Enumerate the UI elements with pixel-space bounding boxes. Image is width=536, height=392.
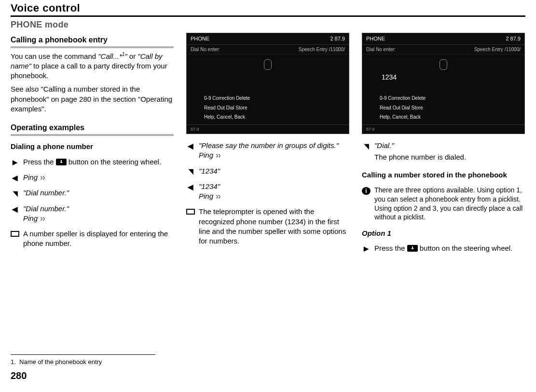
ss-line-1: 0-9 Correction Delete bbox=[204, 95, 344, 102]
step-echo-1234: "1234" Ping bbox=[186, 182, 349, 202]
device-screenshot-2: PHONE 2 87.9 Dial No enter: Speech Entry… bbox=[362, 33, 525, 134]
ss-line-3: Help, Cancel, Back bbox=[380, 114, 520, 121]
ss-top-bar: PHONE 2 87.9 bbox=[187, 33, 349, 45]
say-text: "Dial number." bbox=[23, 188, 174, 198]
sound-wave-icon bbox=[40, 216, 45, 222]
square-icon bbox=[11, 231, 19, 237]
ss-sub-left: Dial No enter: bbox=[366, 46, 396, 53]
mic-icon bbox=[264, 59, 272, 70]
footnote-text: Name of the phonebook entry bbox=[19, 358, 102, 365]
footnote-num: 1. bbox=[11, 358, 16, 365]
voice-button-icon bbox=[407, 245, 418, 252]
triangle-icon bbox=[362, 244, 371, 253]
ss-sub-bar: Dial No enter: Speech Entry /11000/ bbox=[187, 45, 349, 55]
info-icon bbox=[362, 187, 371, 195]
step-text: A number speller is displayed for enteri… bbox=[23, 229, 174, 249]
device-screenshot-1: PHONE 2 87.9 Dial No enter: Speech Entry… bbox=[186, 33, 349, 134]
ss-foot: 87.9 bbox=[187, 124, 349, 134]
step-say-1234: "1234" bbox=[186, 166, 349, 176]
step-press-button: Press the button on the steering wheel. bbox=[11, 157, 174, 167]
option-1-title: Option 1 bbox=[362, 229, 525, 238]
page: Voice control PHONE mode Calling a phone… bbox=[0, 0, 536, 392]
mic-icon bbox=[440, 59, 447, 70]
column-2: PHONE 2 87.9 Dial No enter: Speech Entry… bbox=[186, 33, 349, 382]
voice-button-icon bbox=[56, 159, 67, 165]
columns: Calling a phonebook entry You can use th… bbox=[11, 33, 525, 382]
step-echo-dial-number: "Dial number." Ping bbox=[11, 204, 174, 224]
step-say-groups: "Please say the number in groups of digi… bbox=[186, 141, 349, 161]
step-text: Press the button on the steering wheel. bbox=[374, 243, 525, 253]
speaker-icon bbox=[11, 205, 19, 214]
say-dial: "Dial." bbox=[374, 141, 525, 150]
section-title-calling-entry: Calling a phonebook entry bbox=[11, 35, 174, 48]
subhead-dialing-number: Dialing a phone number bbox=[11, 142, 174, 151]
step-text: Press the button on the steering wheel. bbox=[23, 157, 174, 167]
page-title: Voice control bbox=[11, 0, 525, 14]
column-3: PHONE 2 87.9 Dial No enter: Speech Entry… bbox=[362, 33, 525, 382]
mode-title: PHONE mode bbox=[11, 20, 525, 30]
ss-sub-bar: Dial No enter: Speech Entry /11000/ bbox=[362, 45, 524, 55]
section-title-operating-examples: Operating examples bbox=[11, 122, 174, 136]
ss-foot-text: 87.9 bbox=[191, 126, 199, 132]
square-icon bbox=[186, 209, 195, 215]
step-press-button-2: Press the button on the steering wheel. bbox=[362, 243, 525, 253]
teleprompter-text: The teleprompter is opened with the reco… bbox=[199, 207, 349, 246]
step-dial-result: The phone number is dialed. bbox=[362, 152, 525, 162]
intro-paragraph: You can use the command "Call...*1" or "… bbox=[11, 51, 174, 81]
step-ping: Ping bbox=[11, 173, 174, 182]
speaker-icon bbox=[186, 142, 195, 150]
step-say-dial: "Dial." bbox=[362, 141, 525, 150]
ss-line-3: Help, Cancel, Back bbox=[204, 114, 344, 121]
page-number: 280 bbox=[11, 369, 174, 382]
step-number-speller: A number speller is displayed for enteri… bbox=[11, 229, 174, 249]
ss-freq: 2 87.9 bbox=[506, 35, 521, 42]
info-text: There are three options available. Using… bbox=[374, 186, 525, 222]
column-1: Calling a phonebook entry You can use th… bbox=[11, 33, 174, 382]
ss-foot: 87.9 bbox=[362, 124, 524, 134]
command-call: "Call...*1" bbox=[98, 52, 127, 60]
ss-mode: PHONE bbox=[191, 35, 209, 42]
ping-text: Ping bbox=[23, 173, 174, 182]
footnote-rule bbox=[11, 354, 155, 355]
ss-mode: PHONE bbox=[366, 35, 385, 42]
ss-body: 0-9 Correction Delete Read Out Dial Stor… bbox=[187, 54, 349, 124]
sound-wave-icon bbox=[215, 153, 221, 159]
microphone-icon bbox=[11, 189, 19, 198]
speaker-icon bbox=[11, 174, 19, 182]
ss-line-2: Read Out Dial Store bbox=[380, 105, 520, 111]
info-note: There are three options available. Using… bbox=[362, 186, 525, 222]
speaker-icon bbox=[186, 183, 195, 191]
ss-body: 1234 0-9 Correction Delete Read Out Dial… bbox=[362, 54, 524, 124]
ss-line-2: Read Out Dial Store bbox=[204, 105, 344, 111]
see-also-paragraph: See also "Calling a number stored in the… bbox=[11, 84, 174, 114]
echo-1234: "1234" Ping bbox=[199, 182, 349, 202]
title-rule bbox=[11, 15, 525, 17]
echo-text: "Dial number." Ping bbox=[23, 204, 174, 224]
ss-sub-left: Dial No enter: bbox=[191, 46, 220, 53]
ss-sub-right: Speech Entry /11000/ bbox=[299, 46, 345, 53]
microphone-icon bbox=[186, 167, 195, 176]
ss-sub-right: Speech Entry /11000/ bbox=[474, 46, 521, 53]
prompt-text: "Please say the number in groups of digi… bbox=[199, 141, 349, 161]
sound-wave-icon bbox=[215, 194, 221, 200]
sound-wave-icon bbox=[40, 175, 45, 181]
text: You can use the command bbox=[11, 52, 98, 60]
say-1234: "1234" bbox=[199, 166, 349, 176]
ss-freq: 2 87.9 bbox=[330, 35, 345, 42]
microphone-icon bbox=[362, 142, 371, 150]
ss-line-1: 0-9 Correction Delete bbox=[380, 95, 520, 102]
subhead-calling-stored: Calling a number stored in the phonebook bbox=[362, 170, 525, 180]
triangle-icon bbox=[11, 158, 19, 167]
text: or bbox=[127, 52, 138, 60]
step-say-dial-number: "Dial number." bbox=[11, 188, 174, 198]
ss-foot-text: 87.9 bbox=[366, 126, 375, 132]
footnote: 1. Name of the phonebook entry bbox=[11, 358, 174, 366]
dial-result: The phone number is dialed. bbox=[374, 152, 525, 162]
entered-number: 1234 bbox=[382, 73, 397, 82]
text: to place a call to a party directly from… bbox=[11, 62, 167, 80]
step-teleprompter: The teleprompter is opened with the reco… bbox=[186, 207, 349, 246]
spacer-icon bbox=[362, 153, 371, 162]
ss-top-bar: PHONE 2 87.9 bbox=[362, 33, 524, 45]
